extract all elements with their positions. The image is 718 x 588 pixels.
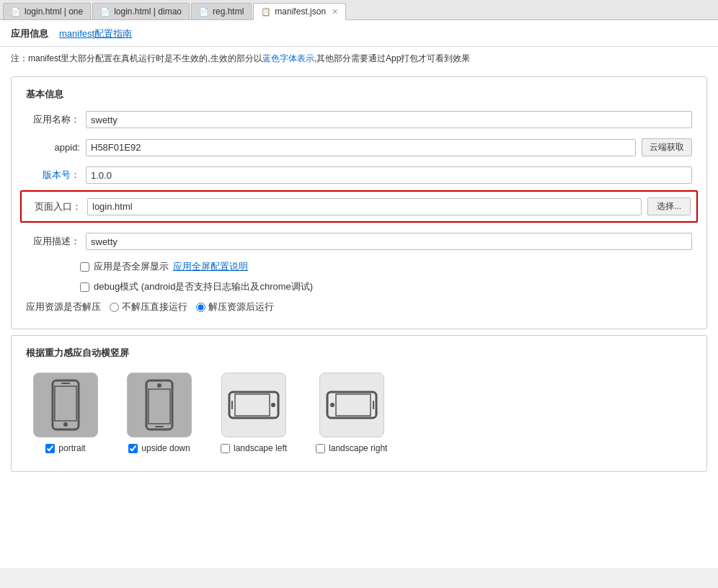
notice-prefix: 注：manifest里大部分配置在真机运行时是不生效的,生效的部分以 bbox=[11, 53, 262, 63]
appid-label: appid: bbox=[26, 142, 80, 153]
app-info-header: 应用信息 manifest配置指南 bbox=[0, 20, 718, 47]
orientation-item-upside-down: upside down bbox=[127, 373, 192, 453]
landscape-right-device-icon bbox=[326, 388, 378, 422]
appid-input[interactable] bbox=[86, 139, 636, 156]
svg-point-6 bbox=[157, 383, 161, 388]
page-entry-row: 页面入口： 选择... bbox=[20, 190, 698, 223]
cloud-fetch-button[interactable]: 云端获取 bbox=[642, 138, 692, 156]
extract-label: 解压资源后运行 bbox=[208, 300, 274, 313]
debug-checkbox[interactable] bbox=[80, 282, 89, 292]
tab-label: login.html | dimao bbox=[114, 6, 182, 17]
main-area: 应用信息 manifest配置指南 注：manifest里大部分配置在真机运行时… bbox=[0, 20, 718, 568]
fullscreen-label: 应用是否全屏显示 bbox=[94, 260, 169, 273]
landscape-left-checkbox[interactable] bbox=[221, 444, 230, 453]
svg-rect-0 bbox=[53, 380, 79, 429]
landscape-right-checkbox[interactable] bbox=[316, 444, 325, 453]
debug-label: debug模式 (android是否支持日志输出及chrome调试) bbox=[94, 280, 313, 293]
orientation-item-landscape-right: landscape right bbox=[316, 373, 387, 453]
app-name-row: 应用名称： bbox=[26, 111, 692, 128]
tab-login-one[interactable]: 📄 login.html | one bbox=[3, 3, 91, 19]
svg-rect-13 bbox=[336, 394, 371, 416]
landscape-left-label: landscape left bbox=[234, 443, 287, 453]
basic-info-section: 基本信息 应用名称： appid: 云端获取 版本号： 页面入口： 选择... … bbox=[11, 76, 707, 329]
landscape-left-checkbox-row: landscape left bbox=[221, 443, 287, 453]
portrait-checkbox-row: portrait bbox=[45, 443, 85, 453]
svg-point-14 bbox=[330, 403, 334, 407]
no-extract-radio[interactable] bbox=[110, 303, 119, 312]
upside-down-icon-box bbox=[127, 373, 192, 437]
decompress-label: 应用资源是否解压 bbox=[26, 300, 101, 313]
orientation-item-portrait: portrait bbox=[33, 373, 98, 453]
svg-rect-4 bbox=[146, 380, 172, 429]
tab-reg[interactable]: 📄 reg.html bbox=[191, 3, 252, 19]
app-info-title: 应用信息 bbox=[11, 27, 48, 40]
svg-rect-8 bbox=[229, 392, 278, 418]
tab-bar: 📄 login.html | one 📄 login.html | dimao … bbox=[0, 0, 718, 20]
app-description-row: 应用描述： bbox=[26, 233, 692, 250]
fullscreen-row: 应用是否全屏显示 应用全屏配置说明 bbox=[26, 260, 692, 273]
notice-bar: 注：manifest里大部分配置在真机运行时是不生效的,生效的部分以蓝色字体表示… bbox=[0, 47, 718, 71]
svg-rect-15 bbox=[373, 401, 374, 409]
landscape-right-icon-box bbox=[319, 373, 384, 437]
portrait-icon-box bbox=[33, 373, 98, 437]
extract-option[interactable]: 解压资源后运行 bbox=[196, 300, 274, 313]
svg-rect-12 bbox=[327, 392, 376, 418]
app-description-input[interactable] bbox=[86, 233, 692, 250]
svg-point-2 bbox=[63, 422, 68, 427]
landscape-right-label: landscape right bbox=[329, 443, 387, 453]
tab-label: reg.html bbox=[213, 6, 244, 17]
notice-suffix: ,其他部分需要通过App打包才可看到效果 bbox=[314, 53, 471, 63]
tab-login-dimao[interactable]: 📄 login.html | dimao bbox=[92, 3, 190, 19]
landscape-left-icon-box bbox=[221, 373, 286, 437]
upside-down-checkbox[interactable] bbox=[128, 444, 138, 453]
app-description-label: 应用描述： bbox=[26, 235, 80, 248]
app-name-label: 应用名称： bbox=[26, 113, 80, 126]
app-name-input[interactable] bbox=[86, 111, 692, 128]
extract-radio[interactable] bbox=[196, 303, 205, 312]
version-input[interactable] bbox=[86, 166, 692, 184]
json-file-icon: 📋 bbox=[261, 7, 271, 17]
fullscreen-checkbox[interactable] bbox=[80, 262, 89, 272]
upside-down-label: upside down bbox=[141, 443, 190, 453]
no-extract-option[interactable]: 不解压直接运行 bbox=[110, 300, 187, 313]
landscape-right-checkbox-row: landscape right bbox=[316, 443, 387, 453]
portrait-checkbox[interactable] bbox=[45, 444, 55, 453]
manifest-link[interactable]: manifest配置指南 bbox=[59, 27, 132, 40]
debug-row: debug模式 (android是否支持日志输出及chrome调试) bbox=[26, 280, 692, 293]
svg-rect-3 bbox=[61, 383, 70, 384]
svg-rect-11 bbox=[231, 401, 233, 409]
html-file-icon: 📄 bbox=[11, 7, 21, 17]
html-file-icon: 📄 bbox=[100, 7, 110, 17]
tab-label: manifest.json bbox=[275, 6, 326, 17]
svg-point-10 bbox=[271, 403, 275, 407]
orientation-item-landscape-left: landscape left bbox=[221, 373, 287, 453]
svg-rect-5 bbox=[149, 389, 170, 424]
orientation-title: 根据重力感应自动横竖屏 bbox=[26, 347, 692, 360]
html-file-icon: 📄 bbox=[199, 7, 209, 17]
decompress-row: 应用资源是否解压 不解压直接运行 解压资源后运行 bbox=[26, 300, 692, 313]
svg-rect-1 bbox=[55, 386, 76, 421]
page-entry-label: 页面入口： bbox=[27, 200, 81, 213]
version-row: 版本号： bbox=[26, 166, 692, 184]
tab-label: login.html | one bbox=[25, 6, 83, 17]
basic-info-title: 基本信息 bbox=[26, 88, 692, 101]
orientation-section: 根据重力感应自动横竖屏 portrait bbox=[11, 335, 707, 472]
page-entry-input[interactable] bbox=[87, 198, 642, 215]
portrait-label: portrait bbox=[58, 443, 85, 453]
svg-rect-7 bbox=[155, 426, 164, 427]
fullscreen-help-link[interactable]: 应用全屏配置说明 bbox=[173, 260, 248, 273]
appid-row: appid: 云端获取 bbox=[26, 138, 692, 156]
tab-manifest[interactable]: 📋 manifest.json ✕ bbox=[253, 3, 346, 20]
svg-rect-9 bbox=[235, 394, 270, 416]
notice-blue-text: 蓝色字体表示 bbox=[262, 53, 314, 63]
landscape-left-device-icon bbox=[228, 388, 280, 422]
tab-close-button[interactable]: ✕ bbox=[332, 7, 338, 17]
upside-down-checkbox-row: upside down bbox=[128, 443, 190, 453]
upside-down-device-icon bbox=[142, 379, 177, 431]
no-extract-label: 不解压直接运行 bbox=[122, 300, 187, 313]
version-label: 版本号： bbox=[26, 169, 80, 182]
orientation-icons-row: portrait upside down bbox=[26, 373, 692, 453]
portrait-device-icon bbox=[48, 379, 83, 431]
select-page-button[interactable]: 选择... bbox=[647, 197, 691, 215]
